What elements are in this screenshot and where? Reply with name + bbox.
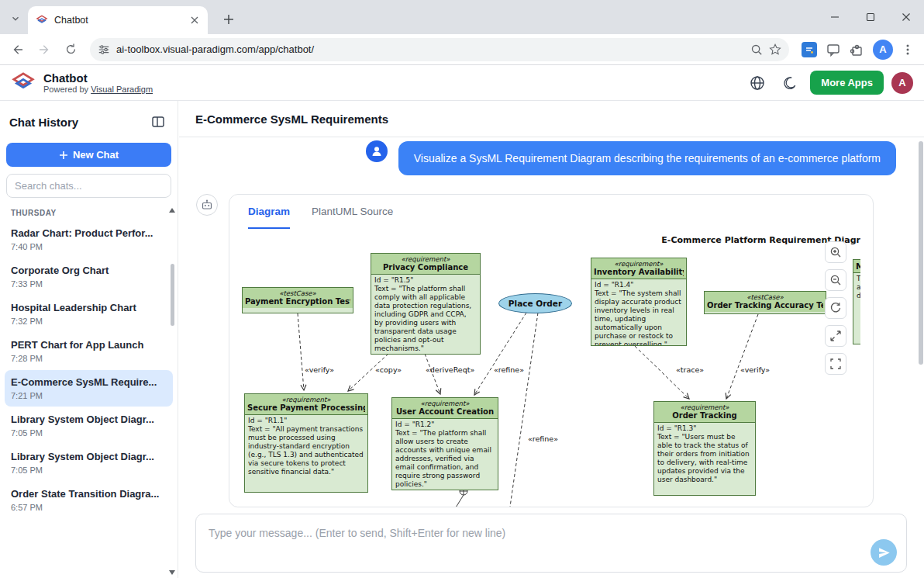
node-stereotype: «requirement» (247, 396, 365, 403)
zoom-in-button[interactable] (825, 241, 846, 263)
panel-collapse-icon (151, 115, 165, 129)
language-globe-button[interactable] (745, 71, 770, 95)
node-name: Order Tracking (657, 411, 753, 421)
chat-history-item-selected[interactable]: E-Commerce SysML Require... 7:21 PM (5, 370, 173, 407)
forward-button[interactable] (33, 38, 56, 61)
chat-bubble-icon[interactable] (826, 43, 840, 57)
dark-mode-button[interactable] (777, 71, 802, 95)
address-bar[interactable]: ai-toolbox.visual-paradigm.com/app/chatb… (90, 38, 789, 61)
node-stereotype: «testCase» (245, 289, 350, 297)
minimize-icon (830, 12, 840, 22)
fullscreen-icon (829, 358, 842, 370)
node-id: Id = "R1.5" (374, 276, 477, 285)
browser-profile-avatar[interactable]: A (873, 40, 893, 60)
chat-history-item[interactable]: Library System Object Diagr... 7:05 PM (5, 445, 173, 481)
edge-label-trace: «trace» (676, 365, 704, 374)
toolbar-right: A (797, 40, 918, 60)
diagram-canvas[interactable]: E-Commerce Platform Requirement Diagr (237, 230, 860, 507)
sidebar-scrollbar[interactable] (171, 264, 174, 326)
back-button[interactable] (6, 38, 29, 61)
tab-search-button[interactable] (6, 9, 25, 28)
reset-view-icon (829, 302, 842, 314)
bot-avatar (196, 194, 218, 216)
send-button[interactable] (871, 539, 897, 566)
powered-by-text: Powered by Visual Paradigm (43, 85, 153, 95)
message-input[interactable] (196, 514, 906, 572)
reload-button[interactable] (59, 38, 82, 61)
edge-label-refine: «refine» (494, 365, 524, 374)
visual-paradigm-link[interactable]: Visual Paradigm (91, 85, 153, 94)
chat-history-item[interactable]: Radar Chart: Product Perfor... 7:40 PM (5, 221, 173, 258)
zoom-page-icon[interactable] (750, 43, 763, 56)
chat-item-title: Hospital Leadership Chart (11, 302, 167, 313)
browser-menu-kebab-icon[interactable] (902, 43, 913, 56)
diagram-node-order-tracking-accuracy-test: «testCase» Order Tracking Accuracy Test (704, 291, 826, 314)
browser-tab[interactable]: Chatbot (28, 6, 208, 34)
collapse-sidebar-button[interactable] (148, 112, 168, 132)
window-maximize-button[interactable] (853, 0, 888, 34)
node-text: Text = "The system shall display accurat… (595, 289, 683, 346)
fullscreen-button[interactable] (825, 353, 846, 375)
chat-item-time: 7:28 PM (11, 354, 167, 363)
fit-expand-button[interactable] (825, 325, 846, 347)
tab-plantuml-source[interactable]: PlantUML Source (312, 195, 393, 229)
node-name: User Account Creation (395, 407, 495, 417)
window-close-button[interactable] (888, 0, 924, 34)
edge-label-verify: «verify» (305, 365, 334, 374)
browser-window: Chatbot (0, 0, 924, 578)
back-arrow-icon (11, 43, 25, 57)
node-text: Text = "All payment transactions must be… (248, 425, 364, 476)
chat-item-time: 6:57 PM (11, 503, 167, 512)
search-chats-input[interactable] (6, 174, 171, 198)
window-minimize-button[interactable] (817, 0, 853, 34)
edge-label-copy: «copy» (375, 365, 402, 374)
new-chat-button[interactable]: New Chat (6, 143, 171, 167)
more-apps-button[interactable]: More Apps (810, 71, 884, 95)
response-tabs: Diagram PlantUML Source (229, 195, 873, 229)
zoom-out-icon (829, 274, 842, 286)
app-profile-avatar[interactable]: A (891, 72, 913, 94)
chat-history-item[interactable]: Hospital Leadership Chart 7:32 PM (5, 296, 173, 332)
diagram-node-payment-encryption-test: «testCase» Payment Encryption Test (242, 287, 353, 313)
chat-history-item[interactable]: Order State Transition Diagra... 6:57 PM (5, 482, 173, 518)
node-id: Id = "R1.3" (657, 424, 752, 433)
tab-close-icon[interactable] (188, 13, 202, 27)
sidebar-title: Chat History (9, 116, 78, 129)
send-plane-icon (877, 546, 891, 559)
chat-item-time: 7:05 PM (11, 466, 167, 475)
new-tab-button[interactable] (219, 9, 239, 29)
close-icon (902, 12, 911, 22)
user-message-bubble: Visualize a SysML Requirement Diagram de… (398, 141, 896, 175)
chat-history-sidebar: Chat History New Chat THURSDAY Radar Cha… (0, 101, 178, 578)
node-stereotype: «requirement» (395, 400, 495, 407)
bookmark-star-icon[interactable] (769, 43, 781, 56)
site-settings-icon[interactable] (98, 43, 110, 56)
chat-history-item[interactable]: Corporate Org Chart 7:33 PM (5, 258, 173, 295)
sidebar-scroll-down-arrow[interactable] (169, 570, 175, 575)
page-scrollbar[interactable] (919, 141, 923, 365)
node-stereotype: «requirement» (374, 255, 478, 263)
extension-icon-blue[interactable] (802, 42, 817, 57)
node-id: Id = "R1.1" (248, 417, 364, 425)
zoom-out-button[interactable] (825, 269, 846, 291)
history-section-label: THURSDAY (0, 198, 178, 220)
tab-favicon-icon (36, 14, 48, 26)
chat-main: E-Commerce SysML Requirements Visualize … (179, 101, 924, 578)
new-chat-label: New Chat (73, 149, 119, 161)
maximize-icon (866, 12, 875, 22)
reload-icon (64, 43, 78, 56)
chat-history-item[interactable]: Library System Object Diagr... 7:05 PM (5, 407, 173, 444)
node-id: Id = "R1.4" (595, 281, 683, 289)
reset-view-button[interactable] (825, 297, 846, 319)
sidebar-scroll-up-arrow[interactable] (169, 208, 175, 213)
node-stereotype: «requirement» (594, 260, 684, 268)
tab-diagram[interactable]: Diagram (248, 195, 290, 229)
url-text[interactable]: ai-toolbox.visual-paradigm.com/app/chatb… (116, 43, 744, 55)
chat-item-title: Order State Transition Diagra... (11, 488, 167, 500)
node-name: Inventory Availability (594, 268, 684, 277)
extensions-puzzle-icon[interactable] (850, 43, 864, 57)
tab-title: Chatbot (54, 15, 181, 26)
chat-item-time: 7:32 PM (11, 317, 167, 326)
chat-history-item[interactable]: PERT Chart for App Launch 7:28 PM (5, 333, 173, 369)
diagram-zoom-controls (825, 241, 846, 375)
